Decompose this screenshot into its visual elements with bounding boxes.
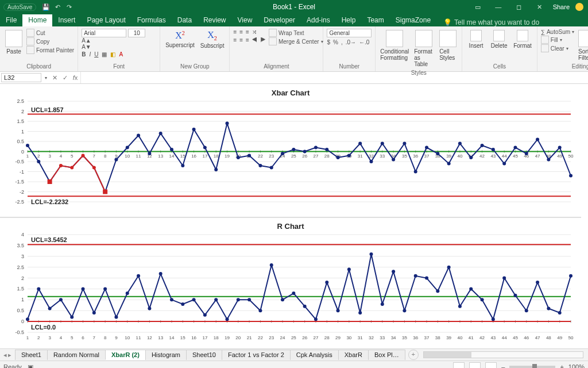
underline-button[interactable]: U: [94, 51, 98, 57]
bold-button[interactable]: B: [82, 51, 86, 57]
cancel-icon[interactable]: ✕: [49, 74, 60, 82]
sheet-tab[interactable]: XbarR (2): [105, 350, 146, 360]
align-left-icon[interactable]: ≡: [233, 37, 237, 43]
align-top-icon[interactable]: ≡: [233, 29, 237, 35]
dec-decimal-icon[interactable]: ←.0: [359, 39, 369, 45]
menu-sigmazone[interactable]: SigmaZone: [390, 14, 436, 26]
wrap-text-button[interactable]: Wrap Text: [269, 29, 323, 37]
tab-first-icon[interactable]: ◂: [3, 351, 7, 359]
align-mid-icon[interactable]: ≡: [239, 29, 243, 35]
menu-formulas[interactable]: Formulas: [131, 14, 172, 26]
zoom-out-button[interactable]: –: [501, 363, 505, 368]
page-layout-view-button[interactable]: [469, 362, 481, 368]
menu-insert[interactable]: Insert: [52, 14, 81, 26]
sort-filter-button[interactable]: Sort & Filter: [577, 29, 588, 62]
comma-icon[interactable]: ,: [341, 39, 343, 45]
number-format-select[interactable]: General: [327, 29, 372, 37]
currency-icon[interactable]: $: [327, 39, 330, 45]
shrink-font-icon[interactable]: A▼: [82, 44, 145, 50]
save-icon[interactable]: 💾: [42, 3, 50, 11]
menu-review[interactable]: Review: [198, 14, 231, 26]
menu-data[interactable]: Data: [172, 14, 198, 26]
close-icon[interactable]: ✕: [532, 3, 547, 11]
ribbon-options-icon[interactable]: ▭: [470, 3, 485, 11]
border-button[interactable]: ▦: [102, 51, 107, 57]
zoom-level[interactable]: 100%: [568, 363, 585, 368]
menu-page-layout[interactable]: Page Layout: [81, 14, 131, 26]
new-sheet-button[interactable]: +: [408, 350, 419, 360]
feedback-icon[interactable]: [575, 3, 583, 11]
sheet-tab[interactable]: Random Normal: [47, 350, 106, 360]
svg-point-138: [126, 146, 129, 150]
cell-styles-button[interactable]: Cell Styles: [438, 29, 458, 62]
svg-text:11: 11: [136, 335, 141, 340]
align-center-icon[interactable]: ≡: [239, 37, 243, 43]
tab-next-icon[interactable]: ▸: [8, 351, 11, 359]
zoom-slider[interactable]: [509, 366, 555, 368]
sheet-tab[interactable]: Factor 1 vs Factor 2: [222, 350, 291, 360]
cut-button[interactable]: Cut: [26, 29, 74, 37]
font-size-select[interactable]: 10: [128, 29, 145, 37]
sheet-tab[interactable]: Box Pl…: [368, 350, 405, 360]
fx-icon[interactable]: fx: [70, 74, 80, 81]
conditional-formatting-button[interactable]: Conditional Formatting: [379, 29, 410, 62]
menu-home[interactable]: Home: [22, 14, 52, 26]
macro-record-icon[interactable]: ▣: [28, 363, 33, 369]
insert-cells-button[interactable]: Insert: [466, 29, 486, 50]
merge-center-button[interactable]: Merge & Center ▾: [269, 37, 323, 45]
font-name-select[interactable]: Arial: [82, 29, 126, 37]
align-bot-icon[interactable]: ≡: [246, 29, 249, 35]
name-box[interactable]: L32: [1, 73, 41, 82]
sheet-tab[interactable]: Cpk Analysis: [290, 350, 339, 360]
sheet-tab[interactable]: Sheet1: [15, 350, 48, 360]
horizontal-scrollbar[interactable]: [423, 351, 583, 358]
svg-point-149: [247, 154, 251, 158]
enter-icon[interactable]: ✓: [60, 74, 70, 82]
menu-view[interactable]: View: [232, 14, 258, 26]
fill-color-button[interactable]: ◧: [110, 51, 115, 57]
percent-icon[interactable]: %: [333, 39, 338, 45]
tell-me-search[interactable]: 💡Tell me what you want to do: [443, 18, 539, 26]
orientation-icon[interactable]: ⤭: [252, 29, 257, 35]
format-painter-button[interactable]: Format Painter: [26, 46, 74, 54]
superscript-button[interactable]: X2Superscript: [164, 29, 196, 49]
indent-inc-icon[interactable]: ⯈: [261, 37, 266, 43]
font-color-button[interactable]: A: [119, 51, 123, 57]
menu-help[interactable]: Help: [336, 14, 362, 26]
autosave-toggle[interactable]: AutoSave: [3, 3, 36, 11]
normal-view-button[interactable]: [453, 362, 465, 368]
align-right-icon[interactable]: ≡: [246, 37, 249, 43]
format-as-table-button[interactable]: Format as Table: [412, 29, 435, 68]
paste-button[interactable]: Paste: [3, 29, 24, 56]
worksheet-area[interactable]: Xbar Chart-2.5-2-1.5-1-0.500.511.522.512…: [0, 84, 588, 348]
autosum-button[interactable]: ∑ AutoSum ▾: [541, 29, 574, 35]
formula-input[interactable]: [80, 72, 588, 83]
indent-dec-icon[interactable]: ⯇: [252, 37, 258, 43]
copy-button[interactable]: Copy: [26, 37, 74, 45]
grow-font-icon[interactable]: A▲: [82, 37, 145, 44]
format-cells-button[interactable]: Format: [512, 29, 533, 50]
svg-text:45: 45: [513, 154, 518, 159]
zoom-in-button[interactable]: +: [560, 363, 563, 368]
redo-icon[interactable]: ↷: [65, 3, 73, 11]
fill-button[interactable]: Fill ▾: [541, 36, 574, 44]
name-box-caret[interactable]: ▾: [42, 75, 49, 80]
inc-decimal-icon[interactable]: .0→: [346, 39, 356, 45]
group-number: General $ % , .0→ ←.0 Number: [323, 26, 376, 71]
page-break-view-button[interactable]: [485, 362, 497, 368]
clear-button[interactable]: Clear ▾: [541, 44, 574, 52]
menu-add-ins[interactable]: Add-ins: [301, 14, 336, 26]
menu-developer[interactable]: Developer: [258, 14, 301, 26]
sheet-tab[interactable]: XbarR: [338, 350, 369, 360]
italic-button[interactable]: I: [89, 51, 91, 57]
undo-icon[interactable]: ↶: [53, 3, 61, 11]
sheet-tab[interactable]: Sheet10: [186, 350, 222, 360]
delete-cells-button[interactable]: Delete: [489, 29, 509, 50]
sheet-tab[interactable]: Histogram: [145, 350, 187, 360]
maximize-icon[interactable]: ◻: [512, 3, 527, 11]
subscript-button[interactable]: X2Subscript: [199, 29, 226, 50]
menu-team[interactable]: Team: [361, 14, 389, 26]
share-button[interactable]: Share: [553, 3, 570, 10]
menu-file[interactable]: File: [0, 14, 22, 26]
minimize-icon[interactable]: —: [491, 3, 506, 10]
